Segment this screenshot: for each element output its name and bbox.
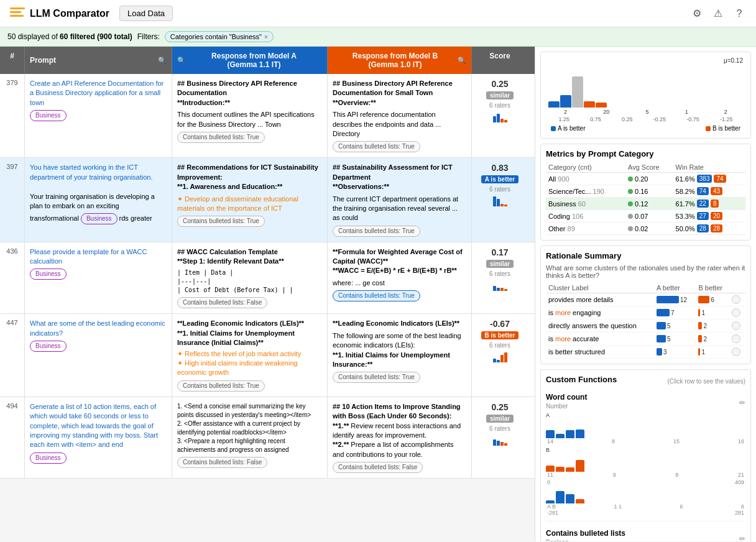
edit-icon[interactable]: ✏ [739, 535, 745, 542]
table-row[interactable]: 436 Please provide a template for a WACC… [0, 242, 535, 315]
help-icon[interactable]: ? [732, 7, 746, 21]
function-name: Contains bulleted lists [546, 529, 625, 538]
legend-b-dot [706, 126, 711, 131]
header-icons: ⚙ ⚠ ? [690, 7, 746, 21]
category-tag: Business [30, 110, 67, 121]
sub-header: 50 displayed of 60 filtered (900 total) … [0, 27, 756, 47]
dist-bars [546, 64, 745, 108]
metrics-row[interactable]: Coding 106 0.07 53.3% 2720 [546, 210, 745, 223]
winrate-cell: 58.2% 7443 [673, 185, 745, 198]
function-item-bulleted-lists[interactable]: Contains bulleted lists Boolean ✏ 42 40 … [546, 529, 745, 541]
contains-tag: Contains bulleted lists: True [177, 216, 265, 227]
function-item-word-count[interactable]: Word count Number ✏ A 1481516 [546, 393, 745, 521]
col-avg-header: Avg Score [625, 162, 673, 173]
custom-subtitle: (Click row to see the values) [667, 378, 745, 385]
table-row[interactable]: 494 Generate a list of 10 action items, … [0, 397, 535, 479]
cell-score: 0.25 similar 6 raters [472, 74, 528, 157]
contains-tag: Contains bulleted lists: True [333, 141, 420, 152]
score-badge: A is better [481, 175, 519, 183]
word-count-diff-chart [546, 488, 745, 503]
contains-tag: Contains bulleted lists: True [333, 372, 420, 383]
edit-icon[interactable]: ✏ [739, 398, 745, 407]
legend-a-dot [551, 126, 556, 131]
cell-prompt: You have started working in the ICT depa… [25, 158, 172, 241]
col-cluster-header: Cluster Label [546, 283, 654, 293]
score-badge: B is better [481, 331, 519, 339]
table-row[interactable]: 447 What are some of the best leading ec… [0, 314, 535, 397]
bar-top-labels: 2 20 5 1 2 [546, 109, 745, 115]
model-a-search-icon[interactable]: 🔍 [177, 57, 186, 65]
rationale-subtitle: What are some clusters of the rationales… [546, 264, 745, 279]
category-tag: Business [30, 452, 67, 464]
rationale-row[interactable]: is more accurate 5 2 [546, 333, 745, 346]
contains-tag: Contains bulleted lists: True [177, 132, 265, 143]
col-score-header: Score [472, 47, 528, 74]
cell-model-a: ## WACC Calculation Template **Step 1: I… [172, 242, 328, 314]
cell-prompt: Please provide a template for a WACC cal… [25, 242, 172, 314]
metrics-row[interactable]: All 900 0.20 61.6% 38374 [546, 173, 745, 185]
filter-close-button[interactable]: × [264, 34, 268, 40]
row-num: 397 [0, 158, 25, 241]
row-num: 447 [0, 314, 25, 396]
dist-bar [548, 101, 560, 108]
app-logo: LLM Comparator [10, 7, 109, 20]
category-tag: Business [30, 341, 67, 352]
table-row[interactable]: 379 Create an API Reference Documentatio… [0, 74, 535, 158]
metrics-row[interactable]: Other 89 0.02 50.0% 2828 [546, 223, 745, 235]
rationale-row[interactable]: is more engaging 7 1 [546, 306, 745, 319]
contains-tag: Contains bulleted lists: False [333, 462, 423, 473]
expand-button[interactable] [732, 321, 740, 330]
col-a-header: A better [654, 283, 696, 293]
rationale-section: Rationale Summary What are some clusters… [540, 246, 751, 364]
category-cell: All 900 [546, 173, 625, 185]
model-b-search-icon[interactable]: 🔍 [458, 57, 466, 65]
settings-icon[interactable]: ⚙ [690, 7, 704, 21]
right-panel: μ=0.12 2 20 5 1 2 1.25 0.75 [535, 47, 756, 541]
avg-cell: 0.20 [625, 173, 673, 185]
display-count: 50 displayed of 60 filtered (900 total) [7, 32, 132, 41]
function-type: Boolean [546, 539, 625, 541]
rationale-row[interactable]: directly answers the question 5 2 [546, 319, 745, 333]
mini-chart [493, 280, 507, 291]
load-data-button[interactable]: Load Data [119, 6, 173, 21]
metrics-title: Metrics by Prompt Category [546, 149, 745, 158]
expand-button[interactable] [732, 295, 740, 304]
col-b-header: B better [696, 283, 729, 293]
expand-button[interactable] [732, 334, 740, 343]
filters-label: Filters: [137, 32, 160, 41]
rationale-row[interactable]: is better structured 3 1 [546, 346, 745, 359]
col-prompt-header: Prompt 🔍 [25, 47, 172, 74]
expand-button[interactable] [732, 308, 740, 317]
cell-model-a: **Leading Economic Indicators (LEIs)** *… [172, 314, 328, 396]
filter-tag[interactable]: Categories contain "Business" × [165, 31, 274, 42]
contains-tag: Contains bulleted lists: False [177, 297, 267, 308]
avg-cell: 0.02 [625, 223, 673, 235]
table-body: 379 Create an API Reference Documentatio… [0, 74, 535, 541]
category-tag: Business [81, 213, 118, 224]
mini-chart [493, 351, 507, 362]
rationale-row[interactable]: provides more details 12 6 [546, 293, 745, 306]
row-num: 494 [0, 397, 25, 478]
dist-bar [560, 95, 571, 108]
mini-chart [493, 111, 507, 122]
app-title: LLM Comparator [30, 8, 109, 19]
cell-prompt: What are some of the best leading econom… [25, 314, 172, 396]
alert-icon[interactable]: ⚠ [711, 7, 725, 21]
winrate-cell: 61.6% 38374 [673, 173, 745, 185]
col-winrate-header: Win Rate [673, 162, 745, 173]
mu-label: μ=0.12 [546, 57, 745, 64]
winrate-cell: 53.3% 2720 [673, 210, 745, 223]
category-cell: Coding 106 [546, 210, 625, 223]
category-tag: Business [30, 269, 67, 280]
function-name: Word count [546, 393, 587, 402]
app-header: LLM Comparator Load Data ⚙ ⚠ ? [0, 0, 756, 27]
avg-cell: 0.07 [625, 210, 673, 223]
row-num: 379 [0, 74, 25, 157]
table-row[interactable]: 397 You have started working in the ICT … [0, 158, 535, 242]
mini-chart [493, 434, 507, 446]
chart-legend: A is better B is better [546, 124, 745, 133]
prompt-search-icon[interactable]: 🔍 [158, 57, 167, 65]
expand-button[interactable] [732, 347, 740, 356]
metrics-row[interactable]: Business 60 0.12 61.7% 228 [546, 198, 745, 210]
metrics-row[interactable]: Science/Tec... 190 0.16 58.2% 7443 [546, 185, 745, 198]
